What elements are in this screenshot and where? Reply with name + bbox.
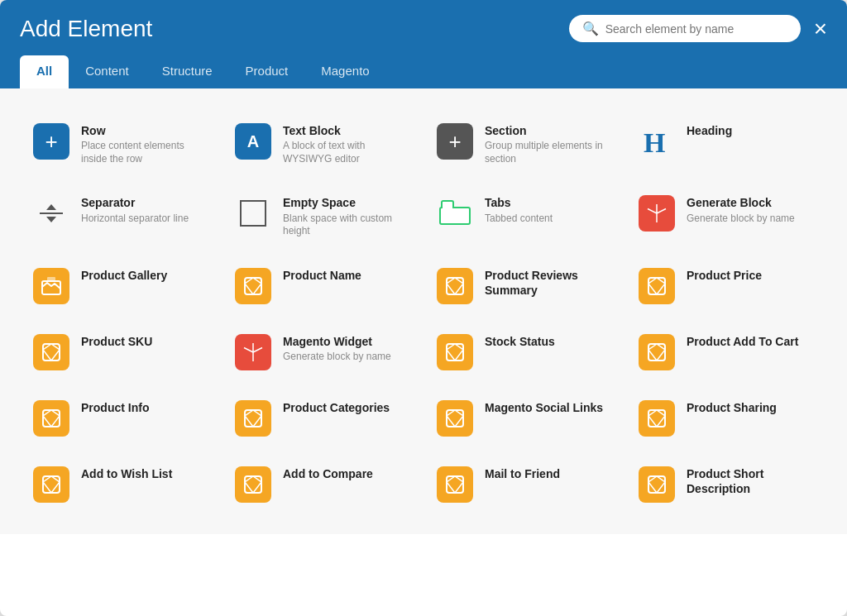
element-desc: Horizontal separator line — [81, 212, 208, 226]
tabs-row: All Content Structure Product Magento — [20, 55, 827, 88]
element-name: Product Sharing — [687, 400, 814, 415]
element-name: Product Add To Cart — [687, 334, 814, 349]
element-separator[interactable]: Separator Horizontal separator line — [20, 180, 222, 252]
element-section[interactable]: + Section Group multiple elements in sec… — [424, 108, 625, 180]
product-gallery-icon — [33, 268, 69, 304]
element-add-to-wish-list[interactable]: Add to Wish List — [20, 451, 222, 518]
element-mail-to-friend[interactable]: Mail to Friend — [424, 451, 625, 518]
heading-icon: H — [639, 123, 675, 160]
element-product-categories[interactable]: Product Categories — [222, 385, 424, 451]
product-sharing-icon — [639, 400, 675, 437]
element-name: Product Reviews Summary — [485, 268, 612, 298]
product-add-to-cart-icon — [639, 334, 675, 370]
element-stock-status[interactable]: Stock Status — [424, 319, 625, 385]
element-name: Section — [485, 123, 612, 138]
modal-header: Add Element 🔍 × All Content Structure Pr… — [0, 0, 847, 88]
element-name: Generate Block — [687, 195, 814, 210]
element-product-name[interactable]: Product Name — [222, 253, 424, 319]
element-name: Magento Widget — [283, 334, 410, 349]
tabs-icon — [437, 195, 473, 232]
element-name: Empty Space — [283, 195, 410, 210]
row-icon: + — [33, 123, 69, 160]
svg-rect-1 — [42, 281, 60, 294]
element-heading[interactable]: H Heading — [625, 108, 827, 180]
search-box[interactable]: 🔍 — [569, 15, 801, 42]
element-name: Product Name — [283, 268, 410, 283]
element-magento-social-links[interactable]: Magento Social Links — [424, 385, 625, 451]
element-name: Add to Wish List — [81, 466, 208, 481]
element-name: Text Block — [283, 123, 410, 138]
product-reviews-summary-icon — [437, 268, 473, 304]
element-name: Row — [81, 123, 208, 138]
element-product-add-to-cart[interactable]: Product Add To Cart — [625, 319, 827, 385]
element-desc: Group multiple elements in section — [485, 140, 612, 165]
element-tabs[interactable]: Tabs Tabbed content — [424, 180, 625, 252]
tab-magento[interactable]: Magento — [304, 55, 385, 88]
mail-to-friend-icon — [437, 466, 473, 503]
element-product-info[interactable]: Product Info — [20, 385, 222, 451]
element-name: Product Price — [687, 268, 814, 283]
element-name: Separator — [81, 195, 208, 210]
element-text-block[interactable]: A Text Block A block of text with WYSIWY… — [222, 108, 424, 180]
add-to-compare-icon — [235, 466, 271, 503]
add-to-wish-list-icon — [33, 466, 69, 503]
search-input[interactable] — [605, 22, 787, 36]
product-short-description-icon — [639, 466, 675, 503]
element-name: Add to Compare — [283, 466, 410, 481]
element-name: Tabs — [485, 195, 612, 210]
element-desc: Generate block by name — [687, 212, 814, 226]
text-block-icon: A — [235, 123, 271, 160]
modal-body: + Row Place content elements inside the … — [0, 88, 847, 534]
svg-rect-2 — [47, 277, 55, 282]
product-price-icon — [639, 268, 675, 304]
element-product-short-description[interactable]: Product Short Description — [625, 451, 827, 518]
element-name: Product Gallery — [81, 268, 208, 283]
tab-product[interactable]: Product — [229, 55, 305, 88]
element-name: Product Categories — [283, 400, 410, 415]
stock-status-icon — [437, 334, 473, 370]
search-icon: 🔍 — [582, 21, 599, 36]
element-name: Product SKU — [81, 334, 208, 349]
element-empty-space[interactable]: Empty Space Blank space with custom heig… — [222, 180, 424, 252]
element-name: Mail to Friend — [485, 466, 612, 481]
element-add-to-compare[interactable]: Add to Compare — [222, 451, 424, 518]
element-name: Product Info — [81, 400, 208, 415]
element-magento-widget[interactable]: Magento Widget Generate block by name — [222, 319, 424, 385]
magento-social-links-icon — [437, 400, 473, 437]
element-desc: Generate block by name — [283, 351, 410, 364]
product-sku-icon — [33, 334, 69, 370]
separator-icon — [33, 195, 69, 232]
element-name: Stock Status — [485, 334, 612, 349]
tab-structure[interactable]: Structure — [146, 55, 229, 88]
element-name: Heading — [687, 123, 814, 138]
product-categories-icon — [235, 400, 271, 437]
element-desc: Blank space with custom height — [283, 212, 410, 238]
product-name-icon — [235, 268, 271, 304]
product-info-icon — [33, 400, 69, 437]
element-name: Product Short Description — [687, 466, 814, 496]
close-button[interactable]: × — [814, 17, 827, 41]
element-product-reviews-summary[interactable]: Product Reviews Summary — [424, 253, 625, 319]
svg-text:H: H — [644, 127, 665, 158]
element-desc: Tabbed content — [485, 212, 612, 226]
element-generate-block[interactable]: Generate Block Generate block by name — [625, 180, 827, 252]
elements-grid: + Row Place content elements inside the … — [20, 108, 827, 518]
element-name: Magento Social Links — [485, 400, 612, 415]
header-right: 🔍 × — [569, 15, 827, 42]
element-product-sku[interactable]: Product SKU — [20, 319, 222, 385]
modal-title: Add Element — [20, 16, 152, 42]
element-desc: Place content elements inside the row — [81, 140, 208, 165]
element-row[interactable]: + Row Place content elements inside the … — [20, 108, 222, 180]
magento-widget-icon — [235, 334, 271, 370]
element-desc: A block of text with WYSIWYG editor — [283, 140, 410, 165]
element-product-price[interactable]: Product Price — [625, 253, 827, 319]
add-element-modal: Add Element 🔍 × All Content Structure Pr… — [0, 0, 847, 616]
empty-space-icon — [235, 195, 271, 232]
element-product-gallery[interactable]: Product Gallery — [20, 253, 222, 319]
tab-all[interactable]: All — [20, 55, 69, 88]
tab-content[interactable]: Content — [69, 55, 146, 88]
element-product-sharing[interactable]: Product Sharing — [625, 385, 827, 451]
generate-block-icon — [639, 195, 675, 232]
section-icon: + — [437, 123, 473, 160]
